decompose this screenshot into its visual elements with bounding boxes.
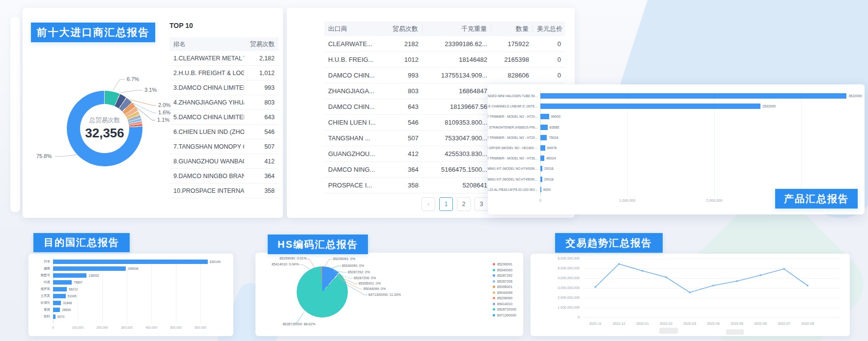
column-header: 贸易次数 [381, 25, 422, 33]
top10-row-name: 5.DAMCO CHINA LIMITED O/B [169, 114, 244, 121]
bar-row: HAIR TRIMMER - MODEL NO - HT20...99000 [488, 114, 865, 119]
top10-row: 7.TANGSHAN MONOPY CERA...507 [169, 139, 279, 154]
top10-row-name: 7.TANGSHAN MONOPY CERA... [169, 143, 244, 150]
bar-row: 墨西哥136002 [28, 273, 233, 278]
bar-value-label: 45024 [546, 157, 556, 160]
exporter-row: CLEARWATE...218223399186.62...1759220 [324, 36, 565, 52]
bar-category-label: HAIR TRIMMER - MODEL NO - HT20... [488, 115, 537, 118]
bar-value-label: 51045 [68, 294, 77, 298]
bar-value-label: 75897 [74, 281, 83, 284]
bar [53, 315, 56, 319]
donut-center: 总贸易次数 32,356 [80, 104, 129, 153]
legend-item[interactable]: 85414010 [493, 301, 516, 307]
pagination-prev-button[interactable]: ‹ [421, 197, 435, 211]
bar-category-label: HAIR TRIMMER - MODEL NO - HT20... [488, 136, 537, 139]
exporter-cell: 0 [533, 40, 565, 48]
bar [540, 104, 760, 109]
pagination-page-button[interactable]: 2 [457, 197, 471, 211]
pie-callout: 85299090: 0.01% [267, 257, 307, 260]
axis-tick-label: 600,000 [186, 326, 215, 329]
legend-item[interactable]: 85395001 [493, 284, 516, 290]
pagination-page-button[interactable]: 1 [439, 197, 453, 211]
legend-item[interactable]: 85340090 [493, 267, 516, 273]
pie-callout: 85299091: 0% [333, 257, 355, 261]
stacked-card-edge [10, 17, 20, 212]
bar-row: 印度75897 [28, 280, 233, 285]
top10-row-name: 6.CHIEN LUEN IND (ZHONGS... [169, 129, 244, 135]
exporter-cell: 8109353.800... [422, 119, 491, 126]
legend-item[interactable]: 85287292 [493, 273, 516, 279]
top10-row-name: 2.H.U.B. FREIGHT & LOGISTI... [169, 70, 244, 77]
x-axis-label: 2022-02 [655, 322, 677, 325]
legend-item[interactable]: 85044099 [493, 290, 516, 296]
bar [540, 156, 544, 161]
x-axis-label: 2022-07 [773, 322, 795, 325]
bar-row: HAIR TRIMMER - MODEL NO - HT35...45024 [488, 156, 865, 161]
bar-value-label: 54976 [547, 146, 557, 150]
pie-callout: 85414010: 0.04% [259, 262, 299, 266]
legend-item[interactable]: 85287206 [493, 279, 516, 285]
exporter-cell: 18146482 [422, 56, 491, 63]
exporter-cell: 546 [381, 119, 422, 126]
legend-dot [493, 291, 495, 294]
hs-report-banner: HS编码汇总报告 [268, 235, 368, 254]
bar-row: HAIR DRYER (MODEL NO - HD1600 ...54976 [488, 145, 865, 151]
exporter-cell: H.U.B. FREIG... [324, 56, 381, 63]
bar-value-label: 99000 [551, 115, 560, 118]
bar [53, 287, 67, 291]
data-point [689, 291, 691, 293]
top10-row-count: 803 [244, 99, 279, 106]
legend-item[interactable]: 85299091 [493, 262, 516, 267]
axis-tick-label: 0 [526, 198, 555, 203]
gridline [584, 308, 840, 308]
bar [53, 260, 208, 264]
bar-category-label: 土耳其 [28, 294, 50, 298]
exporter-cell: DAMCO NING... [324, 166, 381, 173]
pie-callout: 85340090: 0% [342, 264, 364, 267]
top10-row: 3.DAMCO CHINA LIMITED993 [169, 80, 279, 95]
pie-callout: 8528720000: 88.62% [261, 322, 315, 326]
legend-item[interactable]: 85299090 [493, 295, 516, 301]
exporter-cell: 364 [381, 166, 422, 173]
top10-row-name: 4.ZHANGJIAGANG YIHUA RU... [169, 99, 244, 106]
exporter-cell: ZHANGJIAGA... [324, 87, 381, 95]
exporter-cell: CLEARWATE... [324, 40, 381, 48]
gridline [584, 288, 840, 289]
gridline [584, 259, 840, 259]
pie-callout: 85287206: 0% [354, 276, 376, 280]
bar-row: 越南295934 [28, 266, 233, 271]
bar [540, 177, 542, 182]
data-point [618, 263, 620, 265]
legend-label: 85340090 [497, 268, 512, 272]
bar [53, 308, 60, 312]
donut-callout-others: 75.8% [36, 153, 52, 159]
bar-row: 泰国28590 [28, 308, 233, 312]
bar-category-label: HAIR DRYER (MODEL NO - HD1600 ... [488, 146, 537, 150]
top10-row-count: 546 [244, 129, 279, 135]
pagination-page-button[interactable]: 3 [475, 197, 488, 211]
product-report-banner: 产品汇总报告 [775, 189, 858, 209]
gridline [584, 278, 840, 279]
x-axis-label: 2021-11 [585, 322, 606, 325]
exporter-cell: 175922 [491, 40, 533, 48]
bar-value-label: 75024 [549, 136, 558, 139]
legend-item[interactable]: 8528720000 [493, 307, 516, 313]
bar-row: 土耳其51045 [28, 294, 233, 298]
legend-item[interactable]: 8471300000 [493, 313, 516, 318]
bar [540, 125, 548, 130]
top10-header-row: 排名贸易次数 [169, 37, 279, 51]
data-point [736, 280, 738, 282]
bar-category-label: HAIR TRIMMER - MODEL NO - HT35... [488, 157, 537, 160]
top10-row: 10.PROSPACE INTERNATIONA...358 [169, 184, 279, 198]
legend-label: 85395001 [497, 285, 512, 289]
bar-value-label: 28590 [62, 308, 71, 312]
donut-callout: 1.1% [157, 117, 169, 123]
data-point [759, 274, 761, 276]
bar [540, 187, 541, 192]
axis-tick-label: 2,000,000 [700, 198, 729, 203]
exporter-cell: 828606 [491, 72, 533, 79]
trend-line-chart: 6,000,000,0005,000,000,0004,000,000,0003… [531, 254, 850, 336]
exporter-cell: 643 [381, 103, 422, 110]
bar-category-label: 菲律宾 [28, 301, 50, 305]
bar-row: GROOMING KIT (MODEL NO.HT4000K...20016 [488, 166, 865, 171]
